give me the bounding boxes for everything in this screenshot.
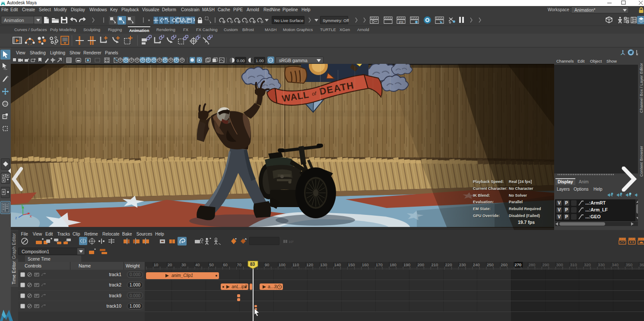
svg-text:40: 40: [195, 262, 200, 267]
svg-text:x: x: [30, 214, 32, 218]
svg-text:IK Blend:: IK Blend:: [473, 193, 490, 198]
svg-text:310: 310: [570, 262, 577, 267]
svg-text:230: 230: [459, 262, 466, 267]
svg-text:140: 140: [334, 262, 341, 267]
svg-text:Current Character:: Current Character:: [473, 186, 508, 191]
svg-text:270: 270: [514, 262, 521, 267]
svg-text:Evaluation:: Evaluation:: [473, 200, 494, 204]
svg-text:Disabled (Failed): Disabled (Failed): [509, 214, 540, 218]
svg-text:30: 30: [181, 262, 186, 267]
svg-text:180: 180: [390, 262, 397, 267]
svg-text:83: 83: [250, 262, 255, 267]
svg-text:No Solver: No Solver: [509, 193, 527, 198]
svg-text:200: 200: [417, 262, 424, 267]
svg-text:210: 210: [431, 262, 438, 267]
svg-text:350: 350: [625, 262, 632, 267]
svg-text:150: 150: [348, 262, 355, 267]
svg-text:220: 220: [445, 262, 452, 267]
svg-text:IPR: IPR: [399, 21, 403, 24]
svg-text:No Character: No Character: [509, 186, 533, 191]
svg-text:250: 250: [487, 262, 494, 267]
svg-text:360: 360: [640, 262, 644, 267]
svg-text:y: y: [21, 203, 23, 207]
svg-text:330: 330: [598, 262, 605, 267]
svg-text:160: 160: [362, 262, 369, 267]
svg-text:190: 190: [403, 262, 410, 267]
svg-text:130: 130: [320, 262, 327, 267]
svg-text:110: 110: [292, 262, 299, 267]
svg-text:260: 260: [501, 262, 508, 267]
svg-text:120: 120: [306, 262, 313, 267]
svg-text:290: 290: [542, 262, 549, 267]
svg-text:320: 320: [584, 262, 591, 267]
svg-text:280: 280: [528, 262, 535, 267]
svg-text:GPU Override:: GPU Override:: [473, 214, 500, 218]
svg-text:70: 70: [237, 262, 241, 267]
svg-text:Playback Speed:: Playback Speed:: [473, 179, 504, 184]
svg-text:90: 90: [265, 262, 270, 267]
svg-text:19.7 fps: 19.7 fps: [518, 220, 535, 225]
svg-text:20: 20: [168, 262, 172, 267]
svg-text:170: 170: [376, 262, 383, 267]
svg-text:60: 60: [223, 262, 228, 267]
svg-text:100: 100: [279, 262, 286, 267]
svg-text:300: 300: [556, 262, 563, 267]
svg-text:50: 50: [209, 262, 214, 267]
svg-text:10¹: 10¹: [289, 240, 294, 244]
svg-text:Parallel: Parallel: [509, 200, 523, 204]
svg-text:Real [24 fps]: Real [24 fps]: [509, 179, 532, 184]
svg-text:10: 10: [154, 262, 159, 267]
svg-text:z: z: [15, 216, 17, 220]
svg-text:Rebuild Required: Rebuild Required: [509, 207, 541, 211]
svg-text:GG: GG: [269, 59, 273, 62]
svg-text:240: 240: [473, 262, 480, 267]
svg-text:EM State:: EM State:: [473, 207, 491, 211]
svg-text:340: 340: [612, 262, 619, 267]
